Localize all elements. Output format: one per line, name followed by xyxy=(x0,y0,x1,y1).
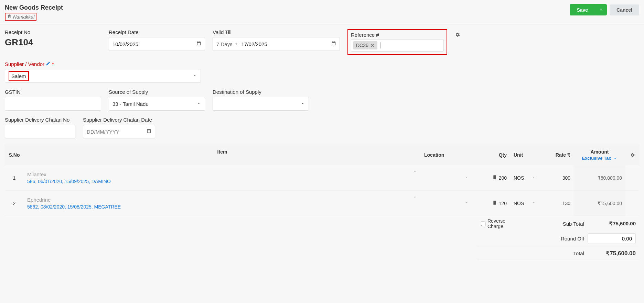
row-unit[interactable]: NOS xyxy=(510,165,539,190)
roundoff-label: Round Off xyxy=(481,236,588,242)
unit-value: NOS xyxy=(514,175,524,181)
valid-till-date-field[interactable] xyxy=(242,41,329,47)
row-item[interactable]: Ephedrine 5862, 08/02/2020, 15/08/2025, … xyxy=(24,191,421,216)
row-unit[interactable]: NOS xyxy=(510,191,539,216)
receipt-date-label: Receipt Date xyxy=(109,29,205,35)
chevron-down-icon xyxy=(531,175,536,181)
item-meta-link[interactable]: 5862, 08/02/2020, 15/08/2025, MEGATREE xyxy=(27,204,412,210)
calendar-icon[interactable] xyxy=(331,41,336,47)
receipt-date-input[interactable] xyxy=(109,37,205,51)
sdc-date-input[interactable] xyxy=(83,125,155,138)
row-location[interactable] xyxy=(421,191,472,216)
row-amount: ₹15,600.00 xyxy=(574,191,625,216)
home-location-box[interactable]: Namakkal xyxy=(5,13,36,21)
save-button[interactable]: Save xyxy=(570,4,595,15)
roundoff-input[interactable] xyxy=(588,233,636,244)
col-amount: Amount Exclusive Tax xyxy=(574,145,625,165)
settings-gear-icon[interactable] xyxy=(455,33,460,38)
chevron-down-icon xyxy=(300,101,305,107)
receipt-no-value: GR104 xyxy=(5,37,101,48)
home-location-label: Namakkal xyxy=(13,14,34,20)
chevron-down-icon xyxy=(531,200,536,206)
chevron-down-icon xyxy=(464,175,469,181)
total-label: Total xyxy=(481,250,588,256)
item-meta-link[interactable]: 586, 06/01/2020, 15/09/2025, DAMINO xyxy=(27,179,412,184)
reverse-charge-checkbox[interactable] xyxy=(481,222,485,226)
sdc-no-input[interactable] xyxy=(5,125,75,138)
supplier-select[interactable]: Salem xyxy=(5,69,201,83)
page-title: New Goods Receipt xyxy=(5,4,63,11)
subtotal-label: Sub Total xyxy=(557,221,588,227)
save-button-group: Save xyxy=(570,4,607,15)
building-icon xyxy=(493,175,497,181)
source-supply-select[interactable]: 33 - Tamil Nadu xyxy=(109,97,205,111)
row-location[interactable] xyxy=(421,165,472,190)
cancel-button[interactable]: Cancel xyxy=(610,4,639,15)
dest-supply-select[interactable] xyxy=(213,97,309,111)
calendar-icon[interactable] xyxy=(147,128,151,135)
row-item[interactable]: Milantex 586, 06/01/2020, 15/09/2025, DA… xyxy=(24,165,421,190)
reference-tag: DC36 ✕ xyxy=(353,41,377,49)
supplier-value-box: Salem xyxy=(9,71,29,81)
col-sno: S.No xyxy=(5,145,24,165)
row-rate[interactable]: 300 xyxy=(539,165,574,190)
row-spacer xyxy=(625,165,639,190)
sdc-date-label: Supplier Delivery Chalan Date xyxy=(83,117,155,123)
sdc-no-field[interactable] xyxy=(9,129,72,135)
chevron-down-icon[interactable] xyxy=(412,195,417,201)
col-qty: Qty xyxy=(472,145,510,165)
home-icon xyxy=(7,14,12,20)
unit-value: NOS xyxy=(514,201,524,206)
chevron-down-icon[interactable] xyxy=(412,169,417,175)
row-qty[interactable]: 120 xyxy=(472,191,510,216)
chevron-down-icon xyxy=(464,200,469,206)
text-cursor xyxy=(380,42,380,48)
qty-value[interactable]: 200 xyxy=(499,175,507,181)
col-location: Location xyxy=(421,145,472,165)
save-dropdown-button[interactable] xyxy=(595,4,607,15)
chevron-down-icon xyxy=(192,73,197,79)
source-supply-value: 33 - Tamil Nadu xyxy=(112,101,149,107)
gstin-input[interactable] xyxy=(5,97,101,111)
gstin-label: GSTIN xyxy=(5,89,101,95)
gstin-field[interactable] xyxy=(9,101,97,107)
table-header: S.No Item Location Qty Unit Rate ₹ Amoun… xyxy=(5,145,639,165)
dest-supply-label: Destination of Supply xyxy=(213,89,309,95)
row-sno: 2 xyxy=(5,191,24,216)
reference-label: Reference # xyxy=(351,32,444,38)
valid-till-input[interactable]: 7 Days xyxy=(213,37,340,51)
item-name: Milantex xyxy=(27,171,412,177)
valid-till-label: Valid Till xyxy=(213,29,340,35)
receipt-date-field[interactable] xyxy=(112,41,196,47)
reference-input[interactable]: DC36 ✕ xyxy=(351,39,444,52)
row-rate[interactable]: 130 xyxy=(539,191,574,216)
row-sno: 1 xyxy=(5,165,24,190)
col-unit: Unit xyxy=(510,145,539,165)
qty-value[interactable]: 120 xyxy=(499,201,507,206)
table-row: 1 Milantex 586, 06/01/2020, 15/09/2025, … xyxy=(5,165,639,191)
valid-till-days[interactable]: 7 Days xyxy=(216,41,239,47)
col-rate: Rate ₹ xyxy=(539,145,574,165)
receipt-no-label: Receipt No xyxy=(5,29,101,35)
row-spacer xyxy=(625,191,639,216)
table-settings[interactable] xyxy=(625,145,639,165)
reverse-charge-label: Reverse Charge xyxy=(487,218,520,229)
reference-tag-remove-icon[interactable]: ✕ xyxy=(371,43,375,48)
amount-label: Amount xyxy=(591,149,609,155)
chevron-down-icon xyxy=(196,101,201,107)
table-row: 2 Ephedrine 5862, 08/02/2020, 15/08/2025… xyxy=(5,191,639,216)
sdc-date-field[interactable] xyxy=(87,129,147,135)
total-value: ₹75,600.00 xyxy=(588,250,636,257)
subtotal-value: ₹75,600.00 xyxy=(588,221,636,227)
item-name: Ephedrine xyxy=(27,197,412,203)
building-icon xyxy=(493,200,497,206)
col-item: Item xyxy=(24,145,421,165)
items-table: S.No Item Location Qty Unit Rate ₹ Amoun… xyxy=(5,145,639,216)
tax-mode-toggle[interactable]: Exclusive Tax xyxy=(582,156,617,161)
calendar-icon[interactable] xyxy=(196,41,201,47)
row-qty[interactable]: 200 xyxy=(472,165,510,190)
source-supply-label: Source of Supply xyxy=(109,89,205,95)
edit-supplier-icon[interactable] xyxy=(46,61,51,67)
supplier-label: Supplier / Vendor xyxy=(5,61,201,67)
sdc-no-label: Supplier Delivery Chalan No xyxy=(5,117,75,123)
